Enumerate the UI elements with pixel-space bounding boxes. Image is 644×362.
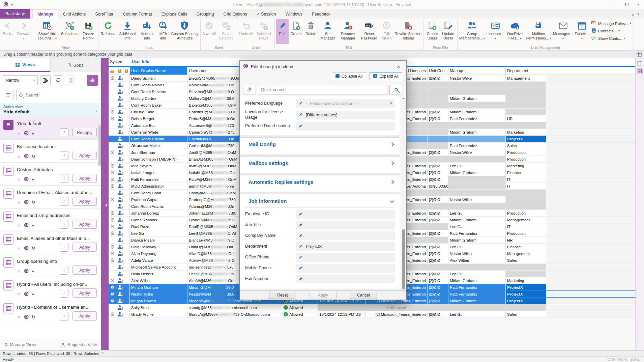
favorite-star-icon[interactable]: ★ — [17, 200, 21, 205]
cell-department[interactable]: HR — [506, 115, 546, 122]
cell-department[interactable] — [506, 122, 546, 129]
cell-manager[interactable]: Lee Gu — [448, 163, 506, 169]
view-item[interactable]: Custom Attributes★»iApply — [0, 163, 101, 186]
favorite-star-icon[interactable]: ★ — [17, 131, 21, 136]
cell-manager[interactable]: Patti Fernandez — [448, 142, 506, 149]
favorite-star-icon[interactable]: ★ — [17, 154, 21, 159]
edit-button[interactable]: Edit — [276, 19, 289, 44]
cell-display-name[interactable]: Miriam Graham — [130, 284, 187, 291]
row-select-cell[interactable] — [109, 95, 116, 102]
update-users-button[interactable]: Update Users — [440, 19, 456, 44]
cell-unit-cost[interactable]: [2]Ø;Ø — [428, 230, 448, 237]
cell-display-name[interactable]: Sally Smith — [130, 304, 187, 311]
cell-display-name[interactable]: Debra Berger — [130, 115, 187, 122]
cell-unit-cost[interactable]: [2]Ø;Ø — [428, 284, 448, 291]
field-control[interactable] — [296, 210, 395, 219]
pin-ribbon-icon[interactable]: ▾ — [637, 12, 639, 17]
edit-columns-button[interactable] — [40, 75, 51, 85]
cell-display-name[interactable]: Nestor Wilke — [130, 291, 187, 298]
selected-rows-button[interactable]: Selected Rows — [254, 19, 273, 44]
row-select-cell[interactable] — [109, 230, 116, 237]
edit-pencil-icon[interactable] — [298, 222, 303, 228]
cell-department[interactable]: Marketing — [506, 129, 546, 136]
grid-settings-icon[interactable] — [636, 51, 642, 58]
collapse-ribbon-icon[interactable]: ▴ — [632, 12, 634, 17]
favorite-star-icon[interactable]: ★ — [17, 177, 21, 182]
tab-grid-actions[interactable]: Grid Actions — [58, 10, 90, 19]
cell-signin-status[interactable]: ✓Allowed — [282, 311, 318, 318]
cell-department[interactable]: HR — [506, 237, 546, 244]
create-users-button[interactable]: Create Users — [425, 19, 440, 44]
info-button[interactable]: i — [60, 197, 68, 206]
cell-manager[interactable] — [448, 304, 506, 311]
cell-manager[interactable]: Miriam Graham — [448, 217, 506, 223]
apply-view-button[interactable]: Apply — [72, 220, 97, 229]
cell-display-name[interactable]: Conf Room Crystal — [130, 136, 187, 142]
favorite-star-icon[interactable]: ★ — [17, 246, 21, 251]
apply-view-button[interactable]: Apply — [72, 243, 97, 252]
cell-username[interactable]: GradyA@M365x5x546273739.OnMicrosoft.com — [187, 311, 282, 318]
cell-unit-cost[interactable]: [2]Ø;Ø — [428, 196, 448, 203]
cell-manager[interactable] — [448, 264, 506, 271]
column-header-department[interactable]: Department — [506, 67, 546, 75]
maximize-button[interactable] — [621, 0, 633, 9]
grid-panel-icon[interactable] — [637, 68, 643, 74]
cell-manager[interactable] — [448, 136, 506, 142]
message-rules--button[interactable]: Message Rules...▾ — [591, 21, 631, 26]
cell-manager[interactable]: Lee Gu — [448, 244, 506, 250]
cell-manager[interactable]: Lee Gu — [448, 223, 506, 230]
custom-security-attributes-button[interactable]: Custom Security Attributes — [170, 19, 199, 44]
row-select-cell[interactable] — [109, 237, 116, 244]
cell-manager[interactable]: Miriam Graham — [448, 169, 506, 176]
cell-department[interactable] — [506, 88, 546, 95]
cell-manager[interactable]: Patti Fernandez — [448, 230, 506, 237]
cell-display-name[interactable]: Bianca Pisani — [130, 237, 187, 244]
tab-backstage[interactable]: Backstage — [0, 9, 30, 19]
cell-display-name[interactable]: Aliasesrt Moller — [130, 142, 187, 149]
apply-button[interactable]: Apply — [310, 292, 336, 299]
edit-pencil-icon[interactable] — [298, 101, 303, 107]
cell-department[interactable] — [506, 102, 546, 109]
edit-pencil-icon[interactable] — [298, 212, 303, 217]
info-button[interactable]: i — [60, 266, 68, 275]
row-select-cell[interactable] — [109, 210, 116, 217]
cell-department[interactable]: ProjectX — [506, 284, 546, 291]
row-select-cell[interactable] — [109, 163, 116, 169]
cell-usage-location[interactable]: US — [354, 311, 366, 318]
row-select-cell[interactable] — [109, 196, 116, 203]
row-select-cell[interactable] — [109, 102, 116, 109]
field-control[interactable] — [296, 231, 395, 240]
apply-view-button[interactable]: Apply — [72, 174, 97, 183]
favorite-star-icon[interactable]: ★ — [17, 314, 21, 319]
row-select-cell[interactable] — [109, 129, 116, 136]
cell-unit-cost[interactable] — [428, 142, 448, 149]
cell-manager[interactable] — [448, 176, 506, 183]
cell-department[interactable] — [506, 95, 546, 102]
table-row[interactable]: Grady ArchieGradyA@M365x5x546273739.OnMi… — [109, 311, 635, 318]
cell-unit-cost[interactable] — [428, 136, 448, 142]
collapse-all-button[interactable]: −Collapse All — [332, 72, 367, 80]
cell-department[interactable] — [506, 304, 546, 311]
field-control[interactable] — [296, 221, 395, 229]
row-select-cell[interactable] — [109, 291, 116, 298]
cell-manager[interactable]: Patti Fernandez — [448, 115, 506, 122]
info-button[interactable]: i — [60, 174, 68, 183]
cell-display-name[interactable]: Conf Room Adams — [130, 203, 187, 210]
add-view-button[interactable]: ⊕ — [87, 75, 98, 86]
apply-view-button[interactable]: Apply — [72, 288, 97, 298]
cell-department[interactable] — [506, 196, 546, 203]
cell-department[interactable]: IT — [506, 223, 546, 230]
cell-username[interactable]: ssnutg@M365x546273.onmicrosoft.com — [187, 304, 282, 311]
cell-unit-cost[interactable]: [2]Ø;Ø — [428, 257, 448, 264]
row-select-cell[interactable] — [109, 75, 116, 82]
edit-mfa-button[interactable]: Edit MFA ▾ — [380, 19, 394, 44]
cell-manager[interactable]: Alex Wilber — [448, 257, 506, 264]
cell-department[interactable]: ProjectX — [506, 291, 546, 298]
cell-unit-cost[interactable]: [2]Ø;Ø — [428, 250, 448, 257]
cell-display-name[interactable]: Conf Room Hood — [130, 190, 187, 196]
revoke-session-tokens-button[interactable]: Revoke Session Tokens — [394, 19, 422, 44]
view-item[interactable]: Hybrid - All users, including on-pr...★»… — [0, 277, 101, 300]
cell-display-name[interactable]: Megan Bowen — [130, 298, 187, 304]
cell-display-name[interactable]: Alex Wilber — [130, 277, 187, 284]
reset-view-button[interactable] — [53, 75, 63, 85]
